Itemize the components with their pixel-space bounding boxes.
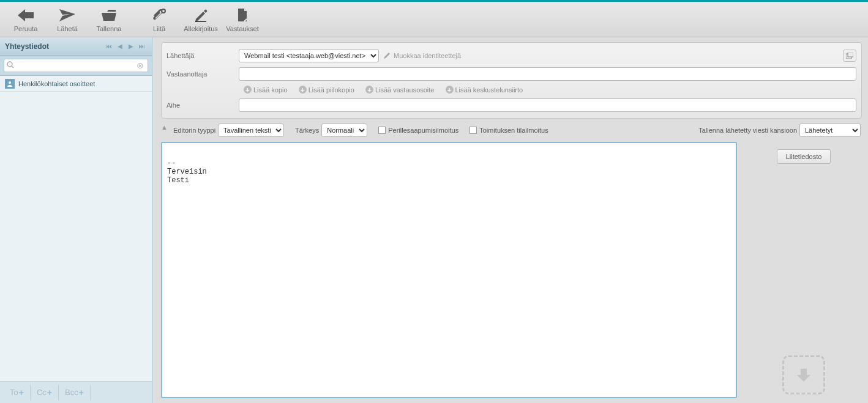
- plus-icon: +: [299, 86, 307, 94]
- from-select[interactable]: Webmail testi <testaaja.web@viesti.net>: [239, 49, 379, 62]
- add-bcc-link[interactable]: +Lisää piilokopio: [299, 86, 354, 94]
- dsn-checkbox[interactable]: [470, 127, 477, 134]
- download-icon: [795, 366, 812, 383]
- signature-button[interactable]: Allekirjoitus: [180, 3, 222, 36]
- plus-icon: +: [365, 86, 373, 94]
- add-cc-button[interactable]: Cc+: [31, 385, 59, 401]
- contacts-sidebar: Yhteystiedot ⏮ ◀ ▶ ⏭ ⊗ Henkilökohtaiset …: [0, 37, 152, 403]
- attach-label: Liitä: [153, 25, 165, 32]
- main-toolbar: Peruuta Lähetä Tallenna Liitä Allekirjoi…: [0, 2, 868, 37]
- to-input[interactable]: [239, 67, 856, 81]
- subject-input[interactable]: [239, 98, 856, 112]
- attach-file-button[interactable]: Liitetiedosto: [777, 149, 831, 164]
- next-page-icon[interactable]: ▶: [126, 42, 136, 51]
- from-label: Lähettäjä: [166, 52, 239, 59]
- contact-search-input[interactable]: [17, 62, 137, 69]
- return-receipt-label: Perillesaapumisilmoitus: [388, 127, 458, 134]
- cancel-button[interactable]: Peruuta: [5, 3, 47, 36]
- send-button[interactable]: Lähetä: [47, 3, 88, 36]
- editor-type-label: Editorin tyyppi: [173, 127, 215, 134]
- return-receipt-checkbox[interactable]: [378, 127, 386, 134]
- sidebar-header: Yhteystiedot ⏮ ◀ ▶ ⏭: [0, 37, 152, 56]
- pencil-small-icon: [384, 51, 391, 60]
- svg-rect-6: [848, 53, 853, 57]
- popout-button[interactable]: [843, 50, 856, 62]
- document-icon: [236, 7, 249, 24]
- paper-plane-icon: [59, 7, 75, 24]
- address-book-item[interactable]: Henkilökohtaiset osoitteet: [0, 76, 152, 92]
- svg-point-2: [7, 62, 12, 67]
- collapse-options-icon[interactable]: ▲: [161, 124, 168, 131]
- add-cc-link[interactable]: +Lisää kopio: [244, 86, 288, 94]
- save-sent-select[interactable]: Lähetetyt: [799, 124, 861, 137]
- paperclip-icon: [152, 7, 166, 24]
- sidebar-search-wrap: ⊗: [0, 56, 152, 76]
- save-label: Tallenna: [97, 25, 122, 32]
- last-page-icon[interactable]: ⏭: [137, 42, 147, 51]
- first-page-icon[interactable]: ⏮: [104, 42, 114, 51]
- plus-icon: +: [244, 86, 252, 94]
- save-button[interactable]: Tallenna: [88, 3, 130, 36]
- to-label: Vastaanottaja: [166, 70, 239, 78]
- attachments-pane: Liitetiedosto: [746, 142, 862, 398]
- sidebar-title: Yhteystiedot: [5, 42, 103, 51]
- responses-label: Vastaukset: [226, 25, 259, 32]
- prev-page-icon[interactable]: ◀: [115, 42, 125, 51]
- subject-label: Aihe: [166, 102, 239, 109]
- save-sent-label: Tallenna lähetetty viesti kansioon: [698, 127, 797, 134]
- add-bcc-button[interactable]: Bcc+: [59, 385, 91, 401]
- edit-identities-link[interactable]: Muokkaa identiteettejä: [384, 51, 461, 60]
- svg-point-4: [9, 81, 11, 84]
- address-book-label: Henkilökohtaiset osoitteet: [18, 80, 95, 87]
- svg-rect-1: [195, 21, 206, 22]
- compose-headers: Lähettäjä Webmail testi <testaaja.web@vi…: [161, 42, 862, 119]
- editor-pane: [161, 142, 737, 398]
- search-icon: [4, 61, 17, 70]
- attachment-drop-zone[interactable]: [782, 355, 825, 394]
- attach-button[interactable]: Liitä: [138, 3, 180, 36]
- add-replyto-link[interactable]: +Lisää vastausosoite: [365, 86, 435, 94]
- priority-label: Tärkeys: [295, 127, 319, 134]
- add-to-button[interactable]: To+: [4, 385, 31, 401]
- address-book-list: Henkilökohtaiset osoitteet: [0, 76, 152, 381]
- plus-icon: +: [446, 86, 454, 94]
- pencil-icon: [194, 7, 208, 24]
- send-label: Lähetä: [57, 25, 78, 32]
- signature-label: Allekirjoitus: [184, 25, 218, 32]
- back-arrow-icon: [18, 7, 34, 24]
- sidebar-footer: To+ Cc+ Bcc+: [0, 381, 152, 403]
- priority-select[interactable]: Normaali: [321, 124, 367, 137]
- address-book-icon: [5, 79, 15, 89]
- clear-search-icon[interactable]: ⊗: [137, 61, 148, 70]
- cancel-label: Peruuta: [14, 25, 38, 32]
- editor-type-select[interactable]: Tavallinen teksti: [218, 124, 284, 137]
- compose-options: ▲ Editorin tyyppi Tavallinen teksti Tärk…: [161, 119, 862, 142]
- responses-button[interactable]: Vastaukset: [222, 3, 263, 36]
- compose-area: Lähettäjä Webmail testi <testaaja.web@vi…: [152, 37, 868, 403]
- folder-icon: [102, 7, 116, 24]
- add-followup-link[interactable]: +Lisää keskustelunsiirto: [446, 86, 523, 94]
- message-body-input[interactable]: [162, 143, 736, 397]
- dsn-label: Toimituksen tilailmoitus: [479, 127, 548, 134]
- svg-line-3: [12, 66, 13, 68]
